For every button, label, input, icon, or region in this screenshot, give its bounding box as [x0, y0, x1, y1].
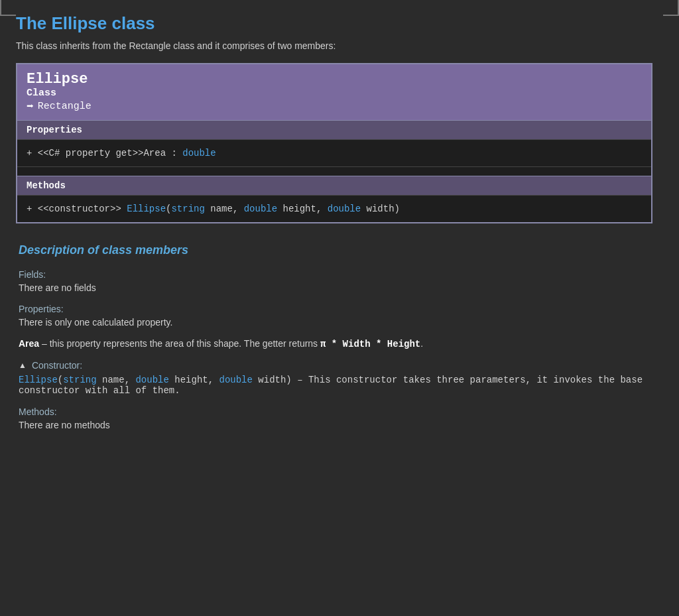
- properties-label: Properties:: [19, 304, 660, 314]
- methods-label-desc: Methods:: [19, 406, 660, 417]
- ctor-class-name: Ellipse: [19, 375, 58, 385]
- triangle-icon: ▲: [19, 361, 27, 370]
- class-inherits-label: Rectangle: [38, 101, 92, 112]
- class-type: Class: [27, 88, 642, 99]
- description-title: Description of class members: [19, 243, 660, 257]
- constructor-label: ▲ Constructor:: [19, 360, 660, 371]
- method-type1: string: [171, 204, 204, 214]
- fields-text: There are no fields: [19, 282, 660, 293]
- constructor-label-text: Constructor:: [32, 360, 82, 371]
- property-type: double: [182, 148, 216, 158]
- properties-header: Properties: [17, 120, 651, 139]
- page-wrapper: The Ellipse class This class inherits fr…: [16, 13, 663, 430]
- class-diagram: Ellipse Class ➡ Rectangle Properties + <…: [16, 63, 652, 223]
- method-param3: width): [361, 204, 400, 214]
- methods-header: Methods: [17, 176, 651, 195]
- fields-section: Fields: There are no fields: [19, 269, 660, 293]
- constructor-signature: Ellipse(string name, double height, doub…: [19, 375, 660, 396]
- ctor-type1: string: [63, 375, 96, 385]
- arrow-icon: ➡: [27, 99, 34, 113]
- class-header: Ellipse Class ➡ Rectangle: [17, 64, 651, 120]
- method-param2: height,: [277, 204, 328, 214]
- fields-label: Fields:: [19, 269, 660, 280]
- method-prefix: + <<constructor>>: [27, 204, 127, 214]
- method-param1: name,: [205, 204, 244, 214]
- ctor-param2: height,: [169, 375, 214, 385]
- ctor-paren-open: (: [58, 375, 63, 385]
- area-formula: π * Width * Height: [320, 339, 420, 349]
- property-prefix: +: [27, 148, 38, 158]
- description-section: Description of class members Fields: The…: [16, 243, 663, 430]
- class-name: Ellipse: [27, 71, 642, 88]
- area-period: .: [420, 338, 423, 349]
- method-type3: double: [328, 204, 361, 214]
- property-code: <<C# property get>>Area :: [38, 148, 182, 158]
- properties-text: There is only one calculated property.: [19, 317, 660, 328]
- area-bold: Area: [19, 338, 39, 349]
- methods-section-desc: Methods: There are no methods: [19, 406, 660, 430]
- method-type2: double: [244, 204, 277, 214]
- methods-text-desc: There are no methods: [19, 420, 660, 430]
- ctor-type3: double: [219, 375, 253, 385]
- properties-row: + <<C# property get>>Area : double: [17, 139, 651, 166]
- top-right-corner: [663, 0, 679, 16]
- method-class-name: Ellipse: [127, 204, 166, 214]
- ctor-param1: name,: [97, 375, 130, 385]
- constructor-section: ▲ Constructor: Ellipse(string name, doub…: [19, 360, 660, 396]
- top-left-corner: [0, 0, 16, 16]
- page-title: The Ellipse class: [16, 13, 663, 34]
- ctor-param3: width): [253, 375, 292, 385]
- page-subtitle: This class inherits from the Rectangle c…: [16, 40, 663, 51]
- properties-section: Properties: There is only one calculated…: [19, 304, 660, 328]
- section-divider: [17, 166, 651, 176]
- ctor-space2: [214, 375, 219, 385]
- ctor-type2: double: [135, 375, 168, 385]
- area-dash-text: – this property represents the area of t…: [39, 338, 320, 349]
- class-inherit-row: ➡ Rectangle: [27, 99, 642, 113]
- methods-row: + <<constructor>> Ellipse(string name, d…: [17, 195, 651, 222]
- area-description: Area – this property represents the area…: [19, 338, 660, 349]
